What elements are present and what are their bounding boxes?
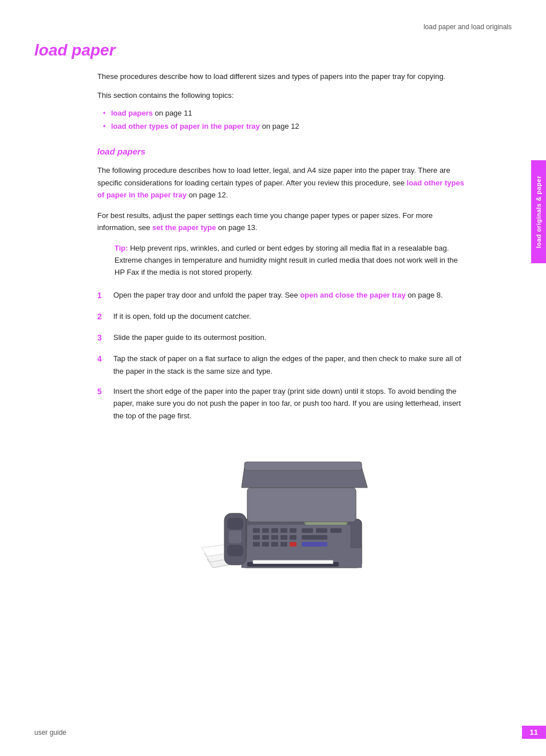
load-papers-link[interactable]: load papers xyxy=(111,109,153,117)
svg-rect-7 xyxy=(253,560,333,564)
svg-rect-37 xyxy=(229,531,242,543)
svg-rect-20 xyxy=(290,535,296,540)
svg-rect-31 xyxy=(247,488,356,522)
body-para-1-before: The following procedure describes how to… xyxy=(97,166,450,187)
svg-rect-22 xyxy=(262,542,269,547)
fax-body xyxy=(224,462,367,568)
svg-rect-16 xyxy=(253,535,260,540)
svg-rect-24 xyxy=(280,542,287,547)
svg-rect-35 xyxy=(227,518,243,529)
fax-machine-svg xyxy=(190,433,373,582)
topic-2-rest: on page 12 xyxy=(260,122,299,130)
svg-rect-30 xyxy=(302,542,327,547)
body-para-1: The following procedure describes how to… xyxy=(97,164,466,201)
set-paper-type-link[interactable]: set the paper type xyxy=(152,223,216,232)
page-footer: user guide 11 xyxy=(34,726,546,739)
step-5-text: Insert the short edge of the paper into … xyxy=(113,385,466,422)
tip-label: Tip: xyxy=(114,244,128,252)
body-para-2-after: on page 13. xyxy=(216,223,257,232)
header-text: load paper and load originals xyxy=(424,23,512,31)
sidebar-tab-text: load originals & paper xyxy=(535,176,542,248)
tip-text: Help prevent rips, wrinkles, and curled … xyxy=(114,244,458,277)
page-number: 11 xyxy=(522,726,546,739)
step-1-number: 1 xyxy=(97,289,113,302)
step-3: 3 Slide the paper guide to its outermost… xyxy=(97,331,466,345)
page: load paper and load originals load paper… xyxy=(0,0,546,756)
step-2-number: 2 xyxy=(97,310,113,323)
main-title: load paper xyxy=(34,41,512,60)
step-2-text: If it is open, fold up the document catc… xyxy=(113,310,466,323)
step-4: 4 Tap the stack of paper on a flat surfa… xyxy=(97,353,466,377)
svg-rect-28 xyxy=(330,528,342,533)
footer-left-text: user guide xyxy=(34,729,66,737)
open-close-paper-tray-link[interactable]: open and close the paper tray xyxy=(300,291,405,299)
step-5: 5 Insert the short edge of the paper int… xyxy=(97,385,466,422)
step-3-text: Slide the paper guide to its outermost p… xyxy=(113,331,466,345)
svg-rect-14 xyxy=(280,528,287,533)
body-para-1-after: on page 12. xyxy=(187,191,228,199)
list-item: load papers on page 11 xyxy=(103,106,466,120)
step-1-before: Open the paper tray door and unfold the … xyxy=(113,291,300,299)
content-area: These procedures describe how to load di… xyxy=(97,71,466,582)
svg-rect-25 xyxy=(290,542,296,547)
svg-rect-29 xyxy=(302,535,327,540)
sub-heading: load papers xyxy=(97,147,466,156)
step-1: 1 Open the paper tray door and unfold th… xyxy=(97,289,466,302)
svg-rect-27 xyxy=(316,528,327,533)
svg-rect-18 xyxy=(271,535,278,540)
load-other-types-link[interactable]: load other types of paper in the paper t… xyxy=(111,122,260,130)
svg-rect-26 xyxy=(302,528,313,533)
step-4-text: Tap the stack of paper on a flat surface… xyxy=(113,353,466,377)
svg-rect-17 xyxy=(262,535,269,540)
step-1-text: Open the paper tray door and unfold the … xyxy=(113,289,466,302)
page-header: load paper and load originals xyxy=(34,23,512,31)
step-1-after: on page 8. xyxy=(406,291,443,299)
list-item: load other types of paper in the paper t… xyxy=(103,120,466,133)
tip-box: Tip: Help prevent rips, wrinkles, and cu… xyxy=(114,242,466,279)
svg-rect-33 xyxy=(244,462,362,470)
svg-rect-21 xyxy=(253,542,260,547)
fax-illustration xyxy=(97,433,466,582)
topics-list: load papers on page 11 load other types … xyxy=(97,106,466,133)
body-para-2: For best results, adjust the paper setti… xyxy=(97,209,466,234)
svg-rect-12 xyxy=(262,528,269,533)
svg-rect-23 xyxy=(271,542,278,547)
svg-rect-11 xyxy=(253,528,260,533)
intro-para-1: These procedures describe how to load di… xyxy=(97,71,466,83)
step-2: 2 If it is open, fold up the document ca… xyxy=(97,310,466,323)
sidebar-tab: load originals & paper xyxy=(531,160,546,263)
topics-label: This section contains the following topi… xyxy=(97,90,466,102)
svg-rect-19 xyxy=(280,535,287,540)
steps-list: 1 Open the paper tray door and unfold th… xyxy=(97,289,466,422)
step-4-number: 4 xyxy=(97,353,113,377)
svg-rect-36 xyxy=(227,545,243,556)
topic-1-rest: on page 11 xyxy=(153,109,192,117)
step-5-number: 5 xyxy=(97,385,113,422)
svg-rect-15 xyxy=(290,528,296,533)
body-para-2-before: For best results, adjust the paper setti… xyxy=(97,211,433,232)
svg-rect-13 xyxy=(271,528,278,533)
step-3-number: 3 xyxy=(97,331,113,345)
